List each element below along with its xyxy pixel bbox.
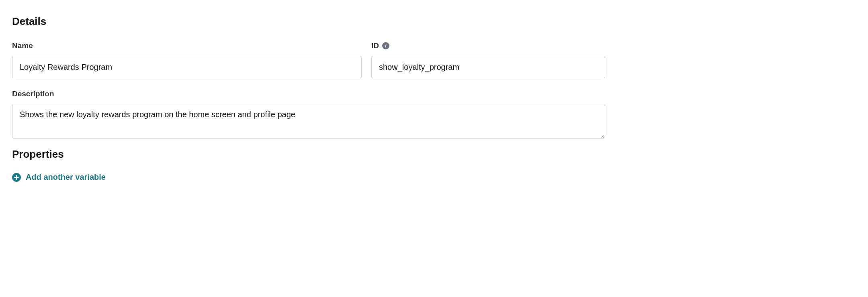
add-variable-label: Add another variable xyxy=(26,173,106,182)
name-label: Name xyxy=(12,41,33,50)
details-heading: Details xyxy=(12,15,856,28)
id-label: ID xyxy=(371,41,379,50)
id-group: ID i xyxy=(371,41,605,78)
description-input[interactable] xyxy=(12,104,605,138)
plus-circle-icon xyxy=(12,173,21,182)
description-label-row: Description xyxy=(12,90,605,98)
description-group: Description xyxy=(12,90,605,138)
info-icon[interactable]: i xyxy=(382,42,389,49)
id-input[interactable] xyxy=(371,56,605,78)
properties-heading: Properties xyxy=(12,148,856,161)
name-input[interactable] xyxy=(12,56,362,78)
name-label-row: Name xyxy=(12,41,362,50)
description-label: Description xyxy=(12,90,54,98)
id-label-row: ID i xyxy=(371,41,605,50)
name-group: Name xyxy=(12,41,362,78)
name-id-row: Name ID i xyxy=(12,41,856,78)
add-variable-button[interactable]: Add another variable xyxy=(12,173,106,182)
